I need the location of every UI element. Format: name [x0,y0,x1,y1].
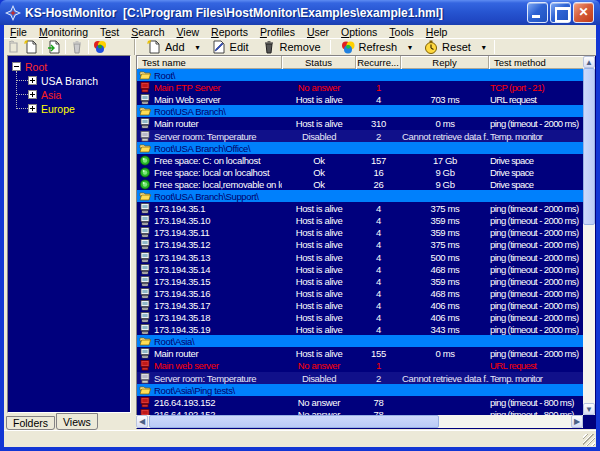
tree-item-asia[interactable]: Asia [41,88,61,102]
tree-item-usa-branch[interactable]: USA Branch [41,74,98,88]
test-row[interactable]: Free space: C: on localhostOk15717 GbDri… [137,154,584,166]
test-status: Host is alive [282,117,356,130]
folder-row[interactable]: Root\USA Branch\ [137,105,584,117]
menu-item-view[interactable]: View [171,26,206,38]
test-row[interactable]: Server room: TemperatureDisabled2Cannot … [137,372,584,384]
edit-button[interactable]: Edit [205,39,255,55]
test-row[interactable]: 173.194.35.17Host is alive4406 msping (t… [137,299,584,311]
test-recurrences: 4 [356,214,401,226]
test-recurrences: 1 [356,359,401,372]
hscroll-thumb[interactable] [149,415,439,428]
test-row[interactable]: 173.194.35.13Host is alive4500 msping (t… [137,251,584,263]
test-row[interactable]: 173.194.35.15Host is alive4359 msping (t… [137,275,584,287]
drive-icon [139,167,152,178]
menu-item-help[interactable]: Help [420,26,454,38]
test-row[interactable]: 173.194.35.19Host is alive4343 msping (t… [137,323,584,335]
test-row[interactable]: 173.194.35.10Host is alive4359 msping (t… [137,214,584,226]
test-method: ping (timeout - 2000 ms) [489,226,584,238]
column-header-test-name[interactable]: Test name [137,56,282,69]
server-icon [139,94,152,105]
new-file-icon[interactable] [23,39,39,55]
menu-item-user[interactable]: User [301,26,335,38]
resize-grip[interactable] [583,434,595,446]
vertical-scrollbar[interactable]: ▲ ▼ [583,56,595,415]
horizontal-scrollbar[interactable]: ◀ ▶ [136,415,583,428]
add-button[interactable]: Add [140,39,191,55]
table-body: Root\Main FTP ServerNo answer1TCP (port … [137,69,584,415]
test-row[interactable]: 216.64.193.152No answer78ping (timeout -… [137,396,584,408]
folder-row[interactable]: Root\ [137,69,584,81]
refresh-dropdown-arrow[interactable]: ▾ [403,43,417,52]
tab-views[interactable]: Views [56,413,98,430]
menu-item-tools[interactable]: Tools [383,26,420,38]
vscroll-thumb[interactable] [583,68,595,225]
column-header-recurre-[interactable]: Recurre... [356,56,401,69]
status-bar [4,430,596,447]
menu-item-reports[interactable]: Reports [205,26,254,38]
menu-item-file[interactable]: File [4,26,33,38]
menu-item-test[interactable]: Test [94,26,125,38]
test-row[interactable]: Free space: local on localhostOk169 GbDr… [137,166,584,178]
tree-item-root[interactable]: Root [25,60,47,74]
open-file-icon[interactable] [46,39,62,55]
test-row[interactable]: 173.194.35.1Host is alive4375 msping (ti… [137,202,584,214]
tree-item-europe[interactable]: Europe [41,102,75,116]
tab-folders[interactable]: Folders [6,416,55,430]
test-row[interactable]: 173.194.35.18Host is alive4406 msping (t… [137,311,584,323]
tree-expander-plus[interactable] [28,104,37,113]
remove-button[interactable]: Remove [255,39,327,55]
scroll-up-button[interactable]: ▲ [583,56,595,68]
folder-row[interactable]: Root\USA Branch\Office\ [137,142,584,154]
menu-item-monitoring[interactable]: Monitoring [33,26,94,38]
test-row[interactable]: Main Web serverHost is alive4703 msURL r… [137,93,584,105]
test-row[interactable]: 173.194.35.14Host is alive4468 msping (t… [137,263,584,275]
color-options-icon[interactable] [92,39,108,55]
minimize-button[interactable] [527,2,548,23]
scroll-down-button[interactable]: ▼ [583,403,595,415]
folder-row[interactable]: Root\Asia\Ping tests\ [137,384,584,396]
menu-item-options[interactable]: Options [335,26,383,38]
column-header-reply[interactable]: Reply [401,56,489,69]
maximize-button[interactable] [550,2,571,23]
folder-path: Root\Asia\ [154,336,194,347]
test-name: 173.194.35.19 [154,324,210,335]
test-row[interactable]: Main routerHost is alive1550 msping (tim… [137,347,584,359]
test-row[interactable]: Free space: local,removable on loc...Ok2… [137,178,584,190]
folder-row[interactable]: Root\USA Branch\Support\ [137,190,584,202]
tree-expander-plus[interactable] [28,76,37,85]
add-dropdown-arrow[interactable]: ▾ [191,43,205,52]
test-reply: 359 ms [401,214,489,226]
test-row[interactable]: Main routerHost is alive3100 msping (tim… [137,117,584,130]
test-row[interactable]: Server room: TemperatureDisabled2Cannot … [137,130,584,142]
menu-item-search[interactable]: Search [125,26,170,38]
test-row[interactable]: Main web serverNo answer1URL request [137,359,584,372]
test-row[interactable]: Main FTP ServerNo answer1TCP (port - 21) [137,81,584,93]
reset-dropdown-arrow[interactable]: ▾ [477,43,491,52]
refresh-button[interactable]: Refresh [334,39,404,55]
test-row[interactable]: 173.194.35.12Host is alive4375 msping (t… [137,238,584,251]
test-name: Main web server [154,360,218,371]
tree-line [17,94,28,95]
scroll-left-button[interactable]: ◀ [136,415,148,428]
drive-icon [139,155,152,166]
test-reply: 17 Gb [401,154,489,166]
folder-row[interactable]: Root\Asia\ [137,335,584,347]
reset-button[interactable]: Reset [417,39,477,55]
test-method: ping (timeout - 2000 ms) [489,214,584,226]
column-header-status[interactable]: Status [282,56,356,69]
test-row[interactable]: 216.64.192.152No answer78ping (timeout -… [137,408,584,415]
column-header-test-method[interactable]: Test method [489,56,584,69]
tree-expander-plus[interactable] [28,90,37,99]
close-button[interactable] [573,2,594,23]
test-reply: 343 ms [401,323,489,335]
tree-line [17,80,28,81]
test-status: Host is alive [282,299,356,311]
tree-expander-minus[interactable] [12,62,21,71]
test-name: 216.64.193.152 [154,397,215,408]
test-reply [401,396,489,408]
test-method: Drive space [489,166,584,178]
test-row[interactable]: 173.194.35.11Host is alive4359 msping (t… [137,226,584,238]
scroll-right-button[interactable]: ▶ [571,415,583,428]
menu-item-profiles[interactable]: Profiles [254,26,301,38]
test-row[interactable]: 173.194.35.16Host is alive4468 msping (t… [137,287,584,299]
